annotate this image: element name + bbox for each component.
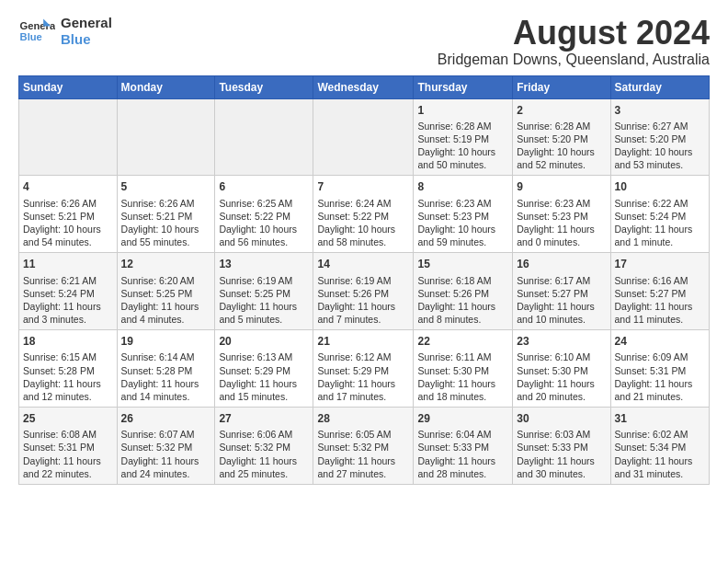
cell-content: Sunset: 5:25 PM [219,287,309,300]
day-number: 6 [219,179,309,194]
day-number: 21 [317,334,409,349]
cell-content: Sunset: 5:24 PM [23,287,113,300]
calendar-week-2: 4Sunrise: 6:26 AMSunset: 5:21 PMDaylight… [19,176,710,253]
cell-content: Daylight: 11 hours [317,377,409,390]
header-thursday: Thursday [414,75,513,98]
cell-content: Sunrise: 6:15 AM [23,350,113,363]
day-number: 3 [615,103,705,118]
cell-content: and 4 minutes. [121,313,211,326]
cell-content: Sunset: 5:22 PM [317,210,409,223]
day-number: 22 [417,334,508,349]
calendar-cell: 7Sunrise: 6:24 AMSunset: 5:22 PMDaylight… [313,176,414,253]
cell-content: Daylight: 11 hours [219,377,309,390]
cell-content: Sunrise: 6:26 AM [23,197,113,210]
cell-content: Sunset: 5:20 PM [517,132,606,145]
day-number: 7 [317,179,409,194]
cell-content: and 27 minutes. [317,467,409,480]
cell-content: and 8 minutes. [417,313,508,326]
header-monday: Monday [117,75,215,98]
calendar-cell: 13Sunrise: 6:19 AMSunset: 5:25 PMDayligh… [215,253,313,330]
cell-content: and 56 minutes. [219,236,309,248]
cell-content: and 58 minutes. [317,236,409,248]
cell-content: Daylight: 10 hours [121,223,211,236]
cell-content: Daylight: 11 hours [417,377,508,390]
cell-content: and 18 minutes. [417,390,508,403]
cell-content: and 20 minutes. [517,390,606,403]
cell-content: Daylight: 10 hours [615,145,705,158]
calendar-cell: 27Sunrise: 6:06 AMSunset: 5:32 PMDayligh… [215,408,313,485]
cell-content: Daylight: 10 hours [417,223,508,236]
cell-content: Sunrise: 6:17 AM [517,274,606,287]
cell-content: Sunrise: 6:13 AM [219,350,309,363]
cell-content: Sunrise: 6:26 AM [121,197,211,210]
cell-content: Daylight: 11 hours [121,377,211,390]
day-number: 27 [219,411,309,426]
header-saturday: Saturday [610,75,709,98]
day-number: 18 [23,334,113,349]
cell-content: Sunrise: 6:19 AM [317,274,409,287]
cell-content: Sunset: 5:30 PM [517,364,606,377]
cell-content: Daylight: 11 hours [121,300,211,313]
cell-content: Daylight: 11 hours [23,454,113,467]
cell-content: Sunset: 5:32 PM [317,441,409,454]
calendar-cell: 30Sunrise: 6:03 AMSunset: 5:33 PMDayligh… [513,408,610,485]
cell-content: and 11 minutes. [615,313,705,326]
calendar-cell: 2Sunrise: 6:28 AMSunset: 5:20 PMDaylight… [513,98,610,176]
logo-line2: Blue [61,31,112,48]
day-number: 23 [517,334,606,349]
day-number: 19 [121,334,211,349]
cell-content: Daylight: 11 hours [219,300,309,313]
day-number: 11 [23,257,113,271]
cell-content: Sunrise: 6:09 AM [615,350,705,363]
calendar-cell: 6Sunrise: 6:25 AMSunset: 5:22 PMDaylight… [215,176,313,253]
cell-content: Daylight: 11 hours [317,300,409,313]
calendar-cell: 25Sunrise: 6:08 AMSunset: 5:31 PMDayligh… [19,408,118,485]
calendar-cell: 26Sunrise: 6:07 AMSunset: 5:32 PMDayligh… [117,408,215,485]
header-tuesday: Tuesday [215,75,313,98]
calendar-cell: 16Sunrise: 6:17 AMSunset: 5:27 PMDayligh… [513,253,610,330]
cell-content: and 12 minutes. [23,390,113,403]
cell-content: Daylight: 11 hours [615,377,705,390]
cell-content: Sunset: 5:22 PM [219,210,309,223]
calendar-cell: 22Sunrise: 6:11 AMSunset: 5:30 PMDayligh… [414,330,513,408]
cell-content: and 22 minutes. [23,467,113,480]
day-number: 5 [121,179,211,194]
header: General Blue General Blue August 2024 Br… [18,15,710,68]
calendar-cell: 20Sunrise: 6:13 AMSunset: 5:29 PMDayligh… [215,330,313,408]
subtitle: Bridgeman Downs, Queensland, Australia [438,52,710,68]
calendar-week-5: 25Sunrise: 6:08 AMSunset: 5:31 PMDayligh… [19,408,710,485]
cell-content: and 59 minutes. [417,236,508,248]
cell-content: and 21 minutes. [615,390,705,403]
cell-content: Daylight: 11 hours [517,454,606,467]
day-number: 8 [417,179,508,194]
day-number: 16 [517,257,606,271]
cell-content: and 25 minutes. [219,467,309,480]
cell-content: Daylight: 11 hours [121,454,211,467]
calendar-table: Sunday Monday Tuesday Wednesday Thursday… [18,75,710,485]
header-wednesday: Wednesday [313,75,414,98]
cell-content: Sunset: 5:29 PM [317,364,409,377]
calendar-cell: 28Sunrise: 6:05 AMSunset: 5:32 PMDayligh… [313,408,414,485]
cell-content: Sunrise: 6:23 AM [517,197,606,210]
cell-content: and 0 minutes. [517,236,606,248]
cell-content: Sunrise: 6:27 AM [615,120,705,132]
cell-content: and 1 minute. [615,236,705,248]
cell-content: Sunrise: 6:05 AM [317,428,409,441]
day-number: 26 [121,411,211,426]
cell-content: Sunset: 5:33 PM [517,441,606,454]
calendar-cell: 5Sunrise: 6:26 AMSunset: 5:21 PMDaylight… [117,176,215,253]
cell-content: Daylight: 11 hours [417,454,508,467]
cell-content: Sunrise: 6:08 AM [23,428,113,441]
calendar-cell: 12Sunrise: 6:20 AMSunset: 5:25 PMDayligh… [117,253,215,330]
day-number: 1 [417,103,508,118]
calendar-cell: 23Sunrise: 6:10 AMSunset: 5:30 PMDayligh… [513,330,610,408]
day-number: 29 [417,411,508,426]
day-number: 20 [219,334,309,349]
cell-content: Sunset: 5:25 PM [121,287,211,300]
cell-content: and 52 minutes. [517,158,606,171]
calendar-week-3: 11Sunrise: 6:21 AMSunset: 5:24 PMDayligh… [19,253,710,330]
day-number: 24 [615,334,705,349]
cell-content: Daylight: 10 hours [517,145,606,158]
cell-content: Sunrise: 6:16 AM [615,274,705,287]
day-number: 14 [317,257,409,271]
